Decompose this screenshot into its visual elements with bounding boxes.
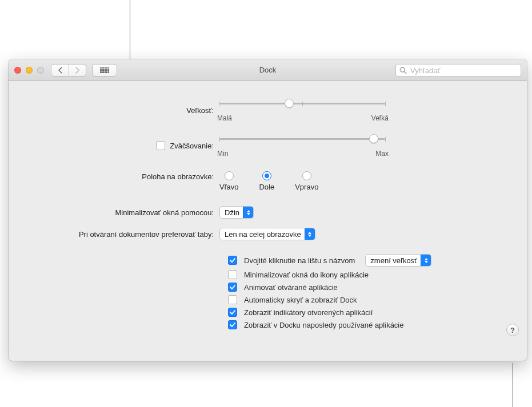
minimize-effect-value: Džin	[225, 208, 243, 217]
size-slider-thumb[interactable]	[285, 99, 294, 108]
traffic-lights	[14, 67, 44, 74]
magnification-max-label: Max	[375, 150, 389, 158]
show-recent-label: Zobraziť v Docku naposledy používané apl…	[244, 321, 403, 329]
close-icon[interactable]	[14, 67, 21, 74]
doubleclick-action-popup[interactable]: zmení veľkosť	[365, 254, 431, 267]
position-radio-right[interactable]	[302, 171, 311, 180]
magnification-slider[interactable]	[219, 134, 385, 144]
search-icon	[399, 67, 407, 74]
size-label: Veľkosť:	[22, 106, 219, 115]
autohide-checkbox[interactable]	[228, 295, 237, 304]
size-slider[interactable]	[219, 98, 385, 108]
minimize-into-icon-checkbox[interactable]	[228, 270, 237, 279]
content: Veľkosť: Malá Veľká	[9, 81, 527, 344]
position-radio-bottom-label: Dole	[259, 183, 274, 191]
magnification-checkbox[interactable]	[156, 141, 165, 150]
search-input[interactable]	[409, 66, 517, 75]
forward-button[interactable]	[69, 65, 86, 76]
help-icon: ?	[510, 326, 515, 335]
show-all-button[interactable]	[92, 64, 117, 76]
size-max-label: Veľká	[371, 114, 389, 122]
callout-line-top	[130, 0, 130, 60]
position-radio-left[interactable]	[225, 171, 234, 180]
doubleclick-label: Dvojité kliknutie na lištu s názvom	[244, 256, 355, 265]
autohide-label: Automaticky skryť a zobraziť Dock	[244, 296, 357, 304]
callout-line-bottom	[513, 363, 513, 407]
magnification-label: Zväčšovanie:	[170, 142, 214, 150]
zoom-icon	[37, 67, 44, 74]
svg-line-1	[404, 71, 406, 74]
position-radio-right-label: Vpravo	[295, 183, 318, 191]
animate-opening-label: Animovať otvárané aplikácie	[244, 283, 338, 292]
show-indicators-checkbox[interactable]	[228, 308, 237, 317]
prefer-tabs-label: Pri otváraní dokumentov preferovať taby:	[22, 230, 219, 239]
popup-caret-icon	[421, 255, 431, 266]
position-radio-bottom[interactable]	[262, 171, 271, 180]
nav-back-forward	[51, 64, 86, 76]
position-label: Poloha na obrazovke:	[22, 171, 219, 181]
show-indicators-label: Zobraziť indikátory otvorených aplikácií	[244, 308, 373, 317]
chevron-right-icon	[75, 67, 80, 74]
animate-opening-checkbox[interactable]	[228, 283, 237, 292]
size-min-label: Malá	[217, 114, 232, 122]
search-field[interactable]	[395, 64, 521, 76]
minimize-icon[interactable]	[26, 67, 33, 74]
grid-icon	[100, 67, 109, 73]
titlebar: Dock	[9, 59, 527, 81]
prefs-window: Dock Veľkosť: Malá Veľká	[9, 59, 527, 361]
help-button[interactable]: ?	[506, 324, 519, 336]
prefer-tabs-value: Len na celej obrazovke	[225, 230, 305, 239]
position-radio-group: Vľavo Dole Vpravo	[219, 171, 318, 191]
doubleclick-checkbox[interactable]	[228, 256, 237, 265]
back-button[interactable]	[51, 65, 69, 76]
doubleclick-action-value: zmení veľkosť	[370, 256, 421, 265]
popup-caret-icon	[243, 207, 253, 218]
minimize-effect-popup[interactable]: Džin	[219, 206, 254, 219]
minimize-effect-label: Minimalizovať okná pomocou:	[22, 208, 219, 217]
position-radio-left-label: Vľavo	[219, 183, 238, 191]
magnification-slider-thumb[interactable]	[369, 134, 378, 143]
popup-caret-icon	[305, 228, 315, 240]
prefer-tabs-popup[interactable]: Len na celej obrazovke	[219, 228, 315, 240]
minimize-into-icon-label: Minimalizovať okná do ikony aplikácie	[244, 271, 369, 279]
chevron-left-icon	[58, 67, 63, 74]
show-recent-checkbox[interactable]	[228, 320, 237, 329]
magnification-min-label: Min	[217, 150, 228, 158]
